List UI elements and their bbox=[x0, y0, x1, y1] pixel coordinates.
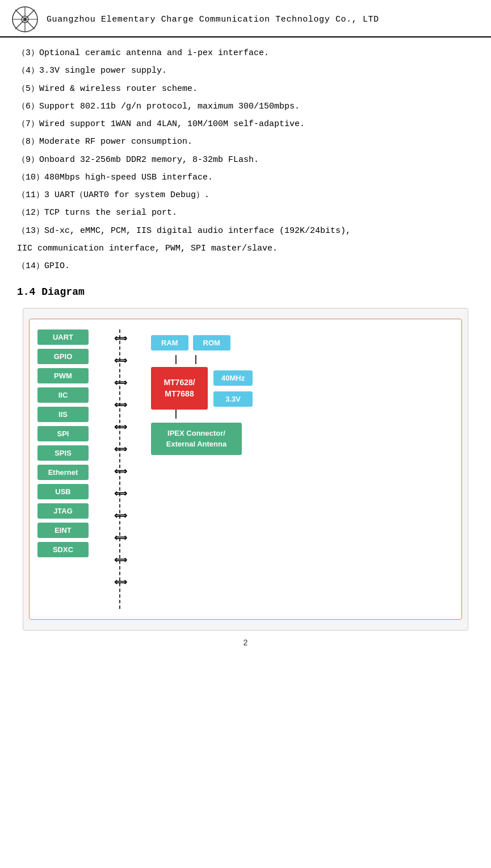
section-heading: 1.4 Diagram bbox=[17, 286, 474, 298]
iface-pwm: PWM bbox=[37, 368, 89, 383]
feature-3: （3）Optional ceramic antenna and i-pex in… bbox=[17, 47, 474, 60]
arrow-iic: ⟺ bbox=[103, 396, 137, 414]
feature-13a: （13）Sd-xc, eMMC, PCM, IIS digital audio … bbox=[17, 224, 474, 237]
arrow-iis: ⟺ bbox=[103, 418, 137, 436]
arrow-spi: ⟺ bbox=[103, 440, 137, 458]
arrow-column: ⟺ ⟺ ⟺ ⟺ ⟺ ⟺ ⟺ ⟺ ⟺ ⟺ ⟺ ⟺ bbox=[100, 329, 140, 609]
iface-spi: SPI bbox=[37, 426, 89, 441]
feature-6: （6）Support 802.11b /g/n protocol, maximu… bbox=[17, 100, 474, 113]
feature-list: （3）Optional ceramic antenna and i-pex in… bbox=[17, 47, 474, 273]
iface-sdxc: SDXC bbox=[37, 542, 89, 557]
chip-row: MT7628/MT7688 40MHz 3.3V bbox=[151, 367, 253, 410]
feature-7: （7）Wired support 1WAN and 4LAN, 10M/100M… bbox=[17, 118, 474, 131]
arrow-sdxc: ⟺ bbox=[103, 573, 137, 591]
voltage-box: 3.3V bbox=[213, 391, 253, 407]
iface-uart: UART bbox=[37, 329, 89, 345]
iface-iic: IIC bbox=[37, 387, 89, 403]
right-specs: 40MHz 3.3V bbox=[213, 370, 253, 407]
ram-to-chip-line bbox=[165, 355, 210, 364]
ram-rom-row: RAM ROM bbox=[151, 335, 230, 350]
feature-14: （14）GPIO. bbox=[17, 260, 474, 273]
center-column: RAM ROM MT7628/MT7688 40MHz bbox=[140, 329, 454, 609]
ipex-connector-box: IPEX Connector/External Antenna bbox=[151, 423, 242, 454]
arrow-pwm: ⟺ bbox=[103, 374, 137, 392]
feature-9: （9）Onboard 32-256mb DDR2 memory, 8-32mb … bbox=[17, 153, 474, 166]
feature-11: （11）3 UART（UART0 for system Debug）. bbox=[17, 189, 474, 202]
feature-5: （5）Wired & wireless router scheme. bbox=[17, 82, 474, 95]
ram-box: RAM bbox=[151, 335, 188, 350]
svg-point-6 bbox=[24, 18, 27, 21]
company-name: Guangzhou Elementary Charge Communicatio… bbox=[47, 15, 379, 24]
arrow-usb: ⟺ bbox=[103, 507, 137, 525]
interface-list: UART GPIO PWM IIC IIS SPI SPIS Ethernet … bbox=[37, 329, 100, 609]
iface-eint: EINT bbox=[37, 523, 89, 538]
iface-ethernet: Ethernet bbox=[37, 465, 89, 480]
company-logo bbox=[11, 6, 39, 33]
chip-box: MT7628/MT7688 bbox=[151, 367, 208, 410]
feature-12: （12）TCP turns the serial port. bbox=[17, 206, 474, 219]
page-number: 2 bbox=[17, 639, 474, 648]
iface-usb: USB bbox=[37, 484, 89, 499]
arrow-eint: ⟺ bbox=[103, 551, 137, 569]
feature-13b: IIC communication interface, PWM, SPI ma… bbox=[17, 242, 474, 255]
iface-gpio: GPIO bbox=[37, 349, 89, 364]
diagram-inner: UART GPIO PWM IIC IIS SPI SPIS Ethernet … bbox=[29, 319, 462, 620]
arrow-spis: ⟺ bbox=[103, 462, 137, 481]
page-header: Guangzhou Elementary Charge Communicatio… bbox=[0, 0, 491, 37]
diagram-wrapper: UART GPIO PWM IIC IIS SPI SPIS Ethernet … bbox=[23, 308, 468, 631]
iface-iis: IIS bbox=[37, 407, 89, 422]
freq-box: 40MHz bbox=[213, 370, 253, 386]
arrow-gpio: ⟺ bbox=[103, 352, 137, 370]
feature-4: （4）3.3V single power supply. bbox=[17, 64, 474, 77]
page-content: （3）Optional ceramic antenna and i-pex in… bbox=[0, 37, 491, 659]
arrow-ethernet: ⟺ bbox=[103, 485, 137, 503]
arrow-jtag: ⟺ bbox=[103, 529, 137, 547]
iface-jtag: JTAG bbox=[37, 503, 89, 519]
arrow-uart: ⟺ bbox=[103, 329, 137, 348]
iface-spis: SPIS bbox=[37, 445, 89, 461]
chip-to-connector-line bbox=[170, 410, 182, 419]
rom-box: ROM bbox=[193, 335, 230, 350]
feature-8: （8）Moderate RF power consumption. bbox=[17, 135, 474, 148]
feature-10: （10）480Mbps high-speed USB interface. bbox=[17, 171, 474, 184]
